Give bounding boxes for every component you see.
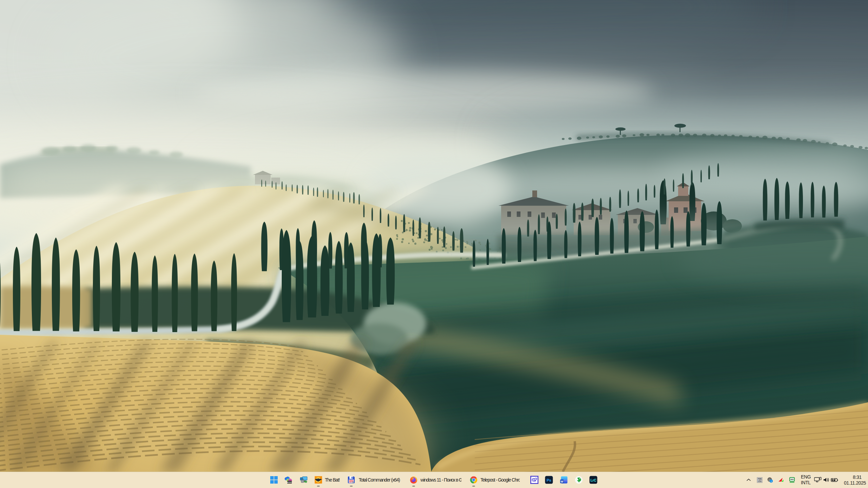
svg-text:W: W <box>560 480 564 483</box>
svg-text:En: En <box>758 479 762 482</box>
svg-text:LrC: LrC <box>590 479 596 482</box>
svg-text:Ps: Ps <box>547 478 551 482</box>
svg-text:i: i <box>771 480 771 483</box>
svg-text:M365: M365 <box>287 481 292 483</box>
